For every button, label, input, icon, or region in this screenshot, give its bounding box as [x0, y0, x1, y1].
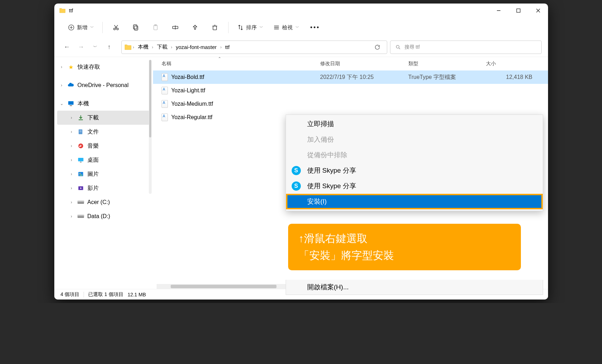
view-button[interactable]: 檢視 ﹀	[268, 21, 304, 34]
column-modified[interactable]: 修改日期	[320, 61, 408, 67]
font-file-icon	[162, 73, 168, 81]
chevron-down-icon: ﹀	[90, 25, 94, 30]
svg-point-23	[396, 45, 399, 48]
chevron-down-icon: ﹀	[260, 25, 263, 30]
sidebar-item-downloads[interactable]: › 下載	[57, 111, 150, 125]
menu-item-add-backup[interactable]: 加入備份	[286, 132, 543, 147]
refresh-button[interactable]	[371, 41, 384, 54]
explorer-window: ttf 新增 ﹀	[54, 4, 548, 300]
menu-item-skype-share[interactable]: S 使用 Skype 分享	[286, 163, 543, 178]
menu-item-skype-share[interactable]: S 使用 Skype 分享	[286, 178, 543, 194]
document-icon	[77, 128, 85, 136]
addressbar[interactable]: › 本機 › 下載 › yozai-font-master › ttf	[121, 41, 387, 54]
chevron-down-icon: ﹀	[296, 25, 299, 30]
chevron-right-icon: ›	[69, 158, 74, 162]
sidebar-item-drive-c[interactable]: › Acer (C:)	[57, 195, 150, 209]
sidebar-item-videos[interactable]: › 影片	[57, 181, 150, 195]
titlebar: ttf	[54, 4, 548, 18]
chevron-right-icon: ›	[69, 129, 74, 134]
chevron-right-icon: ›	[69, 172, 74, 177]
pictures-icon	[77, 170, 85, 178]
separator	[102, 22, 103, 33]
annotation-callout: ↑滑鼠右鍵選取 「安裝」將字型安裝	[288, 224, 521, 270]
svg-rect-11	[134, 26, 138, 30]
forward-button[interactable]: →	[75, 41, 87, 54]
toolbar: 新增 ﹀ 排序 ﹀ 檢視 ﹀	[54, 18, 548, 37]
sidebar-item-quick-access[interactable]: › ★ 快速存取	[57, 60, 150, 74]
menu-item-scan[interactable]: 立即掃描	[286, 116, 543, 132]
sidebar-item-drive-d[interactable]: › Data (D:)	[57, 209, 150, 223]
download-icon	[77, 114, 85, 122]
sidebar-item-desktop[interactable]: › 桌面	[57, 153, 150, 167]
sidebar-item-music[interactable]: › 音樂	[57, 139, 150, 153]
close-button[interactable]	[528, 4, 548, 18]
cut-button[interactable]	[106, 21, 126, 34]
chevron-down-icon: ⌄	[59, 101, 64, 106]
chevron-right-icon: ›	[69, 115, 74, 120]
maximize-button[interactable]	[509, 4, 528, 18]
sidebar-item-pictures[interactable]: › 圖片	[57, 167, 150, 181]
cloud-icon	[67, 81, 75, 89]
sort-button[interactable]: 排序 ﹀	[232, 21, 268, 34]
breadcrumb-item[interactable]: 本機	[136, 42, 150, 52]
new-button[interactable]: 新增 ﹀	[63, 21, 99, 34]
menu-item-open-with[interactable]: 開啟檔案(H)...	[286, 280, 543, 295]
window-title: ttf	[69, 8, 73, 13]
column-type[interactable]: 類型	[408, 61, 486, 67]
sidebar-item-documents[interactable]: › 文件	[57, 125, 150, 139]
sort-indicator-icon: ⌃	[218, 57, 221, 61]
svg-line-24	[399, 48, 400, 49]
svg-rect-25	[68, 101, 73, 105]
breadcrumb-item[interactable]: yozai-font-master	[175, 43, 218, 51]
sidebar-item-thispc[interactable]: ⌄ 本機	[57, 97, 150, 111]
menu-item-install[interactable]: 安裝(I)	[286, 194, 543, 209]
chevron-right-icon: ›	[59, 64, 64, 69]
star-icon: ★	[67, 63, 75, 71]
breadcrumb-item[interactable]: ttf	[224, 43, 231, 51]
folder-icon	[59, 8, 66, 13]
svg-rect-12	[133, 25, 137, 29]
share-button[interactable]	[185, 21, 205, 34]
delete-button[interactable]	[205, 21, 225, 34]
rename-button[interactable]	[165, 21, 185, 34]
font-file-icon	[162, 87, 168, 94]
history-button[interactable]: ﹀	[89, 41, 102, 54]
search-placeholder: 搜尋 ttf	[405, 44, 420, 50]
scrollbar-thumb[interactable]	[171, 285, 276, 288]
drive-icon	[77, 212, 85, 220]
more-button[interactable]: •••	[304, 21, 327, 34]
svg-rect-31	[78, 158, 83, 161]
up-button[interactable]: ↑	[103, 41, 116, 54]
desktop-icon	[77, 156, 85, 164]
skype-icon: S	[292, 181, 301, 191]
sidebar-item-onedrive[interactable]: › OneDrive - Personal	[57, 78, 150, 92]
column-name[interactable]: ⌃ 名稱	[162, 61, 320, 67]
svg-rect-39	[77, 215, 84, 216]
svg-rect-32	[80, 162, 81, 162]
file-row[interactable]: Yozai-Medium.ttf	[153, 97, 548, 111]
skype-icon: S	[292, 166, 301, 175]
file-row[interactable]: Yozai-Bold.ttf 2022/7/19 下午 10:25 TrueTy…	[153, 70, 548, 84]
breadcrumb-item[interactable]: 下載	[156, 42, 169, 52]
file-row[interactable]: Yozai-Light.ttf	[153, 84, 548, 97]
paste-button[interactable]	[146, 21, 165, 34]
search-input[interactable]: 搜尋 ttf	[390, 41, 542, 54]
copy-button[interactable]	[126, 21, 146, 34]
back-button[interactable]: ←	[61, 41, 73, 54]
navbar: ← → ﹀ ↑ › 本機 › 下載 › yozai-font-master › …	[54, 37, 548, 57]
svg-point-34	[79, 173, 80, 174]
column-size[interactable]: 大小	[486, 61, 540, 67]
svg-rect-17	[213, 26, 217, 30]
font-file-icon	[162, 100, 168, 108]
chevron-right-icon: ›	[59, 83, 64, 88]
drive-icon	[77, 198, 85, 206]
menu-item-exclude-backup[interactable]: 從備份中排除	[286, 147, 543, 163]
chevron-right-icon: ›	[69, 186, 74, 191]
context-menu: 立即掃描 加入備份 從備份中排除 S 使用 Skype 分享 S 使用 Skyp…	[286, 115, 543, 211]
status-selected-count: 已選取 1 個項目	[88, 291, 123, 298]
minimize-button[interactable]	[489, 4, 509, 18]
music-icon	[77, 142, 85, 150]
chevron-right-icon: ›	[69, 214, 74, 219]
svg-rect-1	[517, 9, 520, 12]
sidebar-scrollbar[interactable]	[149, 60, 152, 194]
